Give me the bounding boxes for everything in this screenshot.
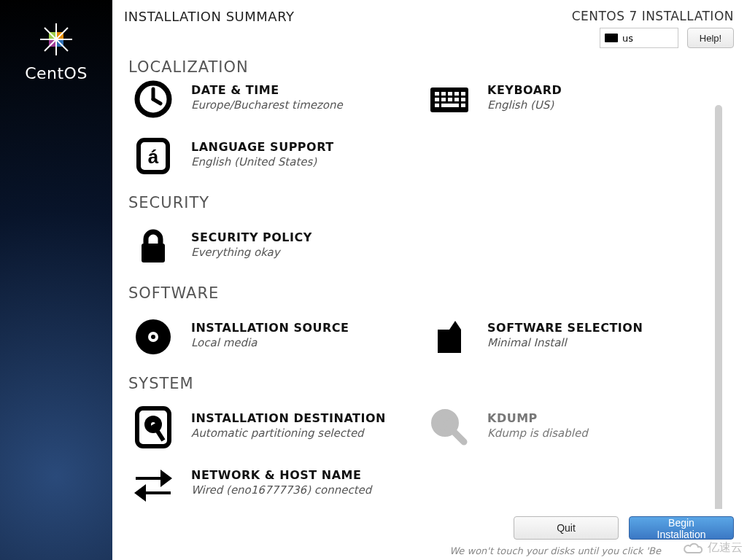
- sidebar: CentOS: [0, 0, 112, 560]
- svg-text:á: á: [148, 146, 159, 168]
- magnifier-icon: [427, 407, 471, 448]
- footer: Quit Begin Installation We won't touch y…: [112, 509, 747, 560]
- cloud-icon: [683, 541, 705, 556]
- spoke-keyboard[interactable]: KEYBOARD English (US): [425, 74, 702, 124]
- page-title: INSTALLATION SUMMARY: [124, 9, 294, 24]
- svg-rect-19: [448, 98, 452, 101]
- spoke-status: Minimal Install: [487, 336, 643, 349]
- spoke-status: English (United States): [191, 155, 334, 168]
- spoke-title: LANGUAGE SUPPORT: [191, 140, 334, 154]
- spoke-title: INSTALLATION SOURCE: [191, 321, 349, 335]
- spoke-status: Local media: [191, 336, 349, 349]
- spoke-kdump[interactable]: KDUMP Kdump is disabled: [425, 402, 702, 452]
- topbar: INSTALLATION SUMMARY CENTOS 7 INSTALLATI…: [112, 0, 747, 48]
- svg-line-35: [453, 431, 464, 442]
- svg-rect-13: [441, 92, 446, 96]
- section-security: SECURITY: [128, 194, 705, 211]
- svg-rect-27: [142, 244, 165, 262]
- spoke-network[interactable]: NETWORK & HOST NAME Wired (eno16777736) …: [128, 459, 406, 509]
- spoke-title: INSTALLATION DESTINATION: [191, 411, 386, 425]
- keyboard-layout-text: us: [622, 33, 633, 44]
- package-icon: [427, 316, 471, 357]
- svg-rect-22: [435, 104, 439, 107]
- help-button[interactable]: Help!: [687, 28, 734, 48]
- brand-name: CentOS: [25, 64, 88, 82]
- spoke-title: SECURITY POLICY: [191, 230, 312, 244]
- spoke-title: NETWORK & HOST NAME: [191, 468, 371, 482]
- spoke-language[interactable]: á LANGUAGE SUPPORT English (United State…: [128, 131, 406, 181]
- section-system: SYSTEM: [128, 375, 705, 392]
- quit-button[interactable]: Quit: [514, 516, 619, 540]
- svg-rect-17: [435, 98, 439, 101]
- spoke-install-destination[interactable]: INSTALLATION DESTINATION Automatic parti…: [128, 402, 406, 452]
- watermark-text: 亿速云: [708, 540, 743, 556]
- keyboard-icon: [605, 34, 618, 42]
- lock-icon: [131, 226, 175, 267]
- svg-rect-20: [454, 98, 459, 101]
- svg-rect-12: [435, 92, 439, 96]
- spoke-software-selection[interactable]: SOFTWARE SELECTION Minimal Install: [425, 312, 702, 362]
- spoke-title: DATE & TIME: [191, 83, 343, 97]
- svg-point-30: [151, 335, 155, 339]
- spoke-datetime[interactable]: DATE & TIME Europe/Bucharest timezone: [128, 74, 406, 124]
- spoke-status: Automatic partitioning selected: [191, 427, 386, 440]
- spoke-title: KDUMP: [487, 411, 588, 425]
- clock-icon: [131, 79, 175, 120]
- section-software: SOFTWARE: [128, 284, 705, 302]
- svg-rect-24: [461, 104, 465, 107]
- svg-line-10: [153, 99, 160, 104]
- brand-logo: CentOS: [25, 22, 88, 82]
- spoke-status: Everything okay: [191, 246, 312, 259]
- watermark: 亿速云: [683, 540, 743, 556]
- spoke-status: Wired (eno16777736) connected: [191, 483, 371, 497]
- svg-rect-18: [441, 98, 446, 101]
- harddisk-icon: [131, 407, 175, 448]
- install-label: CENTOS 7 INSTALLATION: [572, 9, 734, 23]
- keyboard-layout-indicator[interactable]: us: [600, 28, 678, 48]
- network-arrows-icon: [131, 464, 175, 505]
- scrollbar[interactable]: [715, 105, 722, 509]
- spoke-title: KEYBOARD: [487, 83, 562, 97]
- svg-rect-23: [441, 104, 459, 107]
- centos-logo-icon: [39, 22, 74, 57]
- svg-rect-16: [461, 92, 465, 96]
- spoke-status: English (US): [487, 98, 562, 112]
- spoke-status: Europe/Bucharest timezone: [191, 98, 343, 112]
- summary-content: LOCALIZATION DATE & TIME Europe/Buchares…: [112, 48, 747, 509]
- keyboard-icon: [427, 79, 471, 120]
- section-localization: LOCALIZATION: [128, 58, 249, 74]
- spoke-install-source[interactable]: INSTALLATION SOURCE Local media: [128, 312, 406, 362]
- begin-install-button[interactable]: Begin Installation: [629, 516, 734, 540]
- spoke-status: Kdump is disabled: [487, 427, 588, 440]
- spoke-security-policy[interactable]: SECURITY POLICY Everything okay: [128, 222, 406, 271]
- svg-rect-14: [448, 92, 452, 96]
- svg-rect-15: [454, 92, 459, 96]
- spoke-title: SOFTWARE SELECTION: [487, 321, 643, 335]
- svg-rect-21: [461, 98, 465, 101]
- language-icon: á: [131, 136, 175, 176]
- disc-icon: [131, 316, 175, 357]
